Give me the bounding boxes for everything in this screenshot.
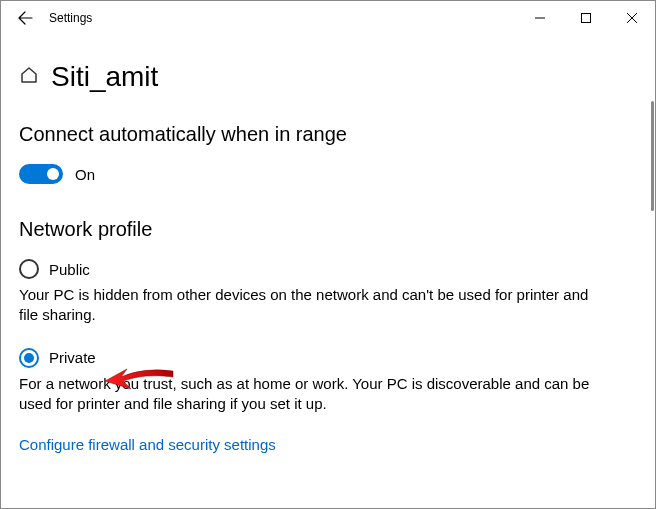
radio-icon — [19, 259, 39, 279]
auto-connect-toggle-row: On — [19, 164, 637, 184]
firewall-link[interactable]: Configure firewall and security settings — [19, 436, 637, 453]
page-title: Siti_amit — [51, 61, 158, 93]
profile-public-desc: Your PC is hidden from other devices on … — [19, 285, 609, 326]
close-icon — [627, 13, 637, 23]
titlebar: Settings — [1, 1, 655, 35]
svg-rect-1 — [582, 14, 591, 23]
back-button[interactable] — [9, 2, 41, 34]
auto-connect-toggle[interactable] — [19, 164, 63, 184]
minimize-icon — [535, 13, 545, 23]
scrollbar-thumb[interactable] — [651, 101, 654, 211]
window-title: Settings — [49, 11, 92, 25]
settings-content: Siti_amit Connect automatically when in … — [1, 35, 655, 471]
minimize-button[interactable] — [517, 2, 563, 34]
window-controls — [517, 2, 655, 34]
auto-connect-heading: Connect automatically when in range — [19, 123, 637, 146]
profile-private-label: Private — [49, 349, 96, 366]
profile-public-radio[interactable]: Public — [19, 259, 637, 279]
profile-private-radio[interactable]: Private — [19, 348, 637, 368]
auto-connect-state: On — [75, 166, 95, 183]
maximize-button[interactable] — [563, 2, 609, 34]
page-header: Siti_amit — [19, 61, 637, 93]
maximize-icon — [581, 13, 591, 23]
toggle-knob-icon — [47, 168, 59, 180]
arrow-left-icon — [17, 10, 33, 26]
profile-private-desc: For a network you trust, such as at home… — [19, 374, 609, 415]
close-button[interactable] — [609, 2, 655, 34]
home-icon[interactable] — [19, 65, 39, 90]
network-profile-heading: Network profile — [19, 218, 637, 241]
profile-public-label: Public — [49, 261, 90, 278]
radio-selected-icon — [19, 348, 39, 368]
